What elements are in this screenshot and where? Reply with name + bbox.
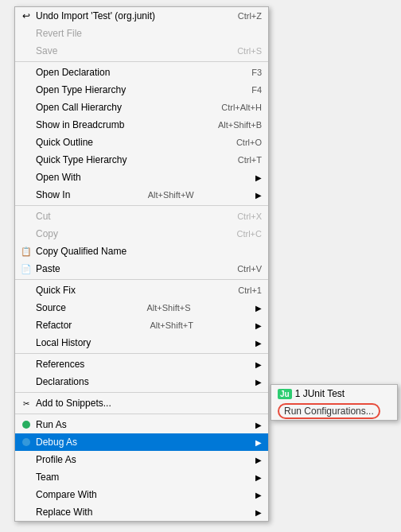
menu-item-paste[interactable]: 📄 Paste Ctrl+V bbox=[15, 260, 268, 278]
snippets-icon: ✂ bbox=[20, 397, 33, 410]
menu-label-debug-as: Debug As bbox=[36, 437, 77, 448]
menu-label-team: Team bbox=[36, 472, 59, 483]
arrow-show-in: ▶ bbox=[255, 191, 262, 200]
arrow-declarations: ▶ bbox=[255, 378, 262, 386]
menu-label-show-breadcrumb: Show in Breadcrumb bbox=[36, 119, 124, 130]
menu-item-profile-as[interactable]: Profile As ▶ bbox=[15, 451, 268, 468]
menu-label-revert: Revert File bbox=[36, 28, 82, 39]
menu-label-copy-qualified: Copy Qualified Name bbox=[36, 246, 127, 257]
separator-1 bbox=[15, 61, 268, 62]
menu-label-cut: Cut bbox=[36, 211, 51, 222]
menu-label-paste: Paste bbox=[36, 263, 60, 274]
menu-label-run-as: Run As bbox=[36, 419, 67, 430]
menu-label-source: Source bbox=[36, 302, 66, 313]
menu-item-run-as[interactable]: Run As ▶ bbox=[15, 416, 268, 433]
menu-label-open-type: Open Type Hierarchy bbox=[36, 84, 126, 95]
menu-item-local-history[interactable]: Local History ▶ bbox=[15, 334, 268, 351]
menu-label-quick-type: Quick Type Hierarchy bbox=[36, 154, 127, 165]
arrow-run-as: ▶ bbox=[255, 421, 262, 429]
separator-2 bbox=[15, 205, 268, 206]
shortcut-show-in: Alt+Shift+W bbox=[132, 190, 194, 200]
menu-item-add-snippets[interactable]: ✂ Add to Snippets... bbox=[15, 394, 268, 412]
separator-3 bbox=[15, 279, 268, 280]
junit-test-label: Ju 1 JUnit Test bbox=[278, 388, 345, 399]
arrow-local-history: ▶ bbox=[255, 339, 262, 348]
context-menu: ↩ Undo Import 'Test' (org.junit) Ctrl+Z … bbox=[14, 6, 269, 522]
submenu-debug-as: Ju 1 JUnit Test Run Configurations... bbox=[271, 384, 398, 421]
menu-item-declarations[interactable]: Declarations ▶ bbox=[15, 373, 268, 390]
menu-item-source[interactable]: Source Alt+Shift+S ▶ bbox=[15, 299, 268, 316]
run-as-icon bbox=[20, 418, 33, 431]
run-config-label[interactable]: Run Configurations... bbox=[278, 403, 380, 419]
paste-icon: 📄 bbox=[20, 262, 33, 275]
arrow-source: ▶ bbox=[255, 304, 262, 313]
menu-label-copy: Copy bbox=[36, 228, 58, 239]
menu-item-open-type[interactable]: Open Type Hierarchy F4 bbox=[15, 81, 268, 99]
separator-5 bbox=[15, 392, 268, 393]
menu-item-revert[interactable]: Revert File bbox=[15, 25, 268, 42]
menu-item-references[interactable]: References ▶ bbox=[15, 355, 268, 373]
arrow-open-with: ▶ bbox=[255, 173, 262, 182]
shortcut-paste: Ctrl+V bbox=[221, 264, 262, 274]
separator-4 bbox=[15, 353, 268, 354]
junit-badge: Ju bbox=[278, 389, 292, 399]
undo-icon: ↩ bbox=[20, 10, 33, 22]
copy-qualified-icon: 📋 bbox=[20, 245, 33, 258]
shortcut-source: Alt+Shift+S bbox=[130, 303, 190, 313]
arrow-refactor: ▶ bbox=[255, 321, 262, 330]
shortcut-quick-type: Ctrl+T bbox=[222, 155, 262, 165]
menu-item-copy-qualified[interactable]: 📋 Copy Qualified Name bbox=[15, 243, 268, 260]
menu-item-cut[interactable]: Cut Ctrl+X bbox=[15, 208, 268, 225]
separator-6 bbox=[15, 414, 268, 414]
menu-label-quick-fix: Quick Fix bbox=[36, 285, 76, 296]
submenu-item-run-configurations[interactable]: Run Configurations... bbox=[271, 402, 397, 420]
arrow-team: ▶ bbox=[255, 473, 262, 482]
menu-item-undo[interactable]: ↩ Undo Import 'Test' (org.junit) Ctrl+Z bbox=[15, 7, 268, 25]
shortcut-quick-outline: Ctrl+O bbox=[220, 138, 262, 147]
menu-item-save[interactable]: Save Ctrl+S bbox=[15, 42, 268, 60]
shortcut-save: Ctrl+S bbox=[221, 46, 262, 56]
menu-label-show-in: Show In bbox=[36, 189, 70, 200]
arrow-replace-with: ▶ bbox=[255, 508, 262, 517]
menu-label-open-call: Open Call Hierarchy bbox=[36, 102, 122, 113]
menu-item-open-call[interactable]: Open Call Hierarchy Ctrl+Alt+H bbox=[15, 99, 268, 116]
shortcut-quick-fix: Ctrl+1 bbox=[222, 285, 262, 295]
menu-label-add-snippets: Add to Snippets... bbox=[36, 398, 111, 409]
shortcut-open-type: F4 bbox=[236, 85, 262, 95]
menu-item-copy[interactable]: Copy Ctrl+C bbox=[15, 225, 268, 243]
menu-item-show-in[interactable]: Show In Alt+Shift+W ▶ bbox=[15, 186, 268, 204]
shortcut-refactor: Alt+Shift+T bbox=[134, 320, 193, 330]
menu-label-undo: Undo Import 'Test' (org.junit) bbox=[36, 10, 155, 21]
shortcut-show-breadcrumb: Alt+Shift+B bbox=[202, 120, 262, 130]
submenu-item-junit-test[interactable]: Ju 1 JUnit Test bbox=[271, 385, 397, 402]
menu-item-open-declaration[interactable]: Open Declaration F3 bbox=[15, 64, 268, 81]
menu-label-local-history: Local History bbox=[36, 337, 91, 348]
arrow-references: ▶ bbox=[255, 360, 262, 369]
debug-as-icon bbox=[20, 436, 33, 449]
menu-item-compare-with[interactable]: Compare With ▶ bbox=[15, 486, 268, 503]
arrow-profile-as: ▶ bbox=[255, 456, 262, 464]
shortcut-copy: Ctrl+C bbox=[221, 229, 262, 239]
menu-item-team[interactable]: Team ▶ bbox=[15, 468, 268, 486]
menu-label-open-decl: Open Declaration bbox=[36, 67, 110, 78]
menu-item-refactor[interactable]: Refactor Alt+Shift+T ▶ bbox=[15, 316, 268, 334]
menu-label-save: Save bbox=[36, 45, 57, 56]
arrow-compare-with: ▶ bbox=[255, 491, 262, 499]
shortcut-undo: Ctrl+Z bbox=[222, 11, 262, 21]
menu-label-declarations: Declarations bbox=[36, 376, 89, 387]
menu-label-quick-outline: Quick Outline bbox=[36, 137, 93, 148]
menu-item-open-with[interactable]: Open With ▶ bbox=[15, 169, 268, 186]
menu-item-quick-outline[interactable]: Quick Outline Ctrl+O bbox=[15, 134, 268, 151]
shortcut-open-call: Ctrl+Alt+H bbox=[205, 103, 262, 112]
menu-item-replace-with[interactable]: Replace With ▶ bbox=[15, 503, 268, 521]
shortcut-cut: Ctrl+X bbox=[221, 212, 262, 221]
menu-label-refactor: Refactor bbox=[36, 320, 72, 331]
menu-label-replace-with: Replace With bbox=[36, 507, 92, 518]
menu-item-show-breadcrumb[interactable]: Show in Breadcrumb Alt+Shift+B bbox=[15, 116, 268, 134]
arrow-debug-as: ▶ bbox=[255, 438, 262, 447]
menu-item-debug-as[interactable]: Debug As ▶ bbox=[15, 433, 268, 451]
menu-label-profile-as: Profile As bbox=[36, 454, 76, 465]
menu-item-quick-type[interactable]: Quick Type Hierarchy Ctrl+T bbox=[15, 151, 268, 169]
menu-item-quick-fix[interactable]: Quick Fix Ctrl+1 bbox=[15, 282, 268, 299]
junit-test-text: 1 JUnit Test bbox=[295, 388, 345, 399]
